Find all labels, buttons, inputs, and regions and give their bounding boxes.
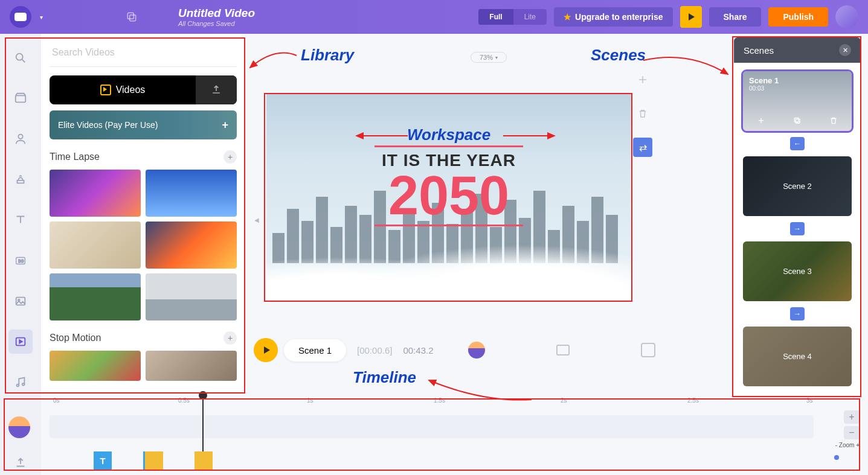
expand-section-button[interactable]: + <box>223 331 237 345</box>
annotation-scenes-label: Scenes <box>591 46 646 65</box>
app-logo[interactable] <box>10 6 31 28</box>
svg-rect-4 <box>16 95 26 102</box>
upload-video-button[interactable] <box>196 75 237 104</box>
timeline-clip[interactable] <box>145 451 163 470</box>
timeline-controls: Scene 1 [00:00.6] 00:43.2 <box>254 338 731 362</box>
timeline-track[interactable] <box>50 415 814 438</box>
upgrade-button[interactable]: Upgrade to enterprise <box>554 7 672 27</box>
video-thumbnail[interactable] <box>146 273 237 320</box>
svg-point-5 <box>18 135 22 139</box>
scenes-panel: Scenes ✕ Scene 100:03 + ← Scene 2 → Scen… <box>734 37 861 395</box>
zoom-slider-handle[interactable] <box>834 455 839 460</box>
mode-full[interactable]: Full <box>478 9 513 25</box>
video-thumbnail[interactable] <box>50 351 141 381</box>
character-tool-icon[interactable] <box>8 127 33 150</box>
scene-card-1[interactable]: Scene 100:03 + <box>743 71 852 131</box>
timeline-character-icon[interactable] <box>468 342 485 359</box>
scene-card-2[interactable]: Scene 2 <box>743 156 852 216</box>
publish-button[interactable]: Publish <box>768 7 828 27</box>
current-scene-chip[interactable]: Scene 1 <box>284 339 346 362</box>
video-thumbnail[interactable] <box>50 273 141 320</box>
svg-rect-1 <box>127 13 133 19</box>
share-button[interactable]: Share <box>709 7 762 27</box>
svg-rect-8 <box>16 297 25 305</box>
swap-scene-button[interactable]: ⇄ <box>633 138 652 157</box>
annotation-library-label: Library <box>301 46 354 65</box>
svg-rect-0 <box>130 15 136 21</box>
zoom-in-button[interactable]: + <box>844 410 860 424</box>
canvas-stage[interactable]: IT IS THE YEAR 2050 <box>266 94 631 299</box>
background-tool-icon[interactable]: BG <box>8 249 33 272</box>
canvas-text-line2[interactable]: 2050 <box>375 170 523 226</box>
scenes-tool-icon[interactable] <box>8 86 33 110</box>
zoom-indicator[interactable]: 73% <box>471 52 507 63</box>
left-tool-rail: BG <box>0 34 41 475</box>
timeline-camera-icon[interactable] <box>641 343 655 357</box>
zoom-out-button[interactable]: − <box>844 426 860 439</box>
timeline-zoom-controls: + − <box>844 410 860 439</box>
annotation-timeline-label: Timeline <box>353 368 416 387</box>
add-element-button[interactable] <box>633 70 652 89</box>
image-tool-icon[interactable] <box>8 289 33 313</box>
scene-transition-button[interactable]: → <box>790 307 805 320</box>
search-icon[interactable] <box>8 46 33 69</box>
svg-point-11 <box>17 384 19 387</box>
timeline-text-clip[interactable]: T <box>94 451 112 470</box>
zoom-label: Zoom <box>835 442 860 448</box>
save-status: All Changes Saved <box>178 20 255 27</box>
section-stop-motion: Stop Motion <box>50 333 101 343</box>
workspace-area: 73% ◀ IT IS THE YEAR 2050 ⇄ <box>245 34 732 342</box>
video-thumbnail[interactable] <box>50 222 141 269</box>
timeline-track-icon[interactable] <box>8 416 30 438</box>
timeline-clip[interactable] <box>194 451 213 470</box>
delete-element-button[interactable] <box>633 104 652 123</box>
mode-lite[interactable]: Lite <box>513 9 547 25</box>
scene-transition-button[interactable]: → <box>790 222 805 235</box>
duplicate-icon[interactable] <box>123 8 141 26</box>
props-tool-icon[interactable] <box>8 168 33 191</box>
svg-rect-14 <box>796 119 800 123</box>
video-thumbnail[interactable] <box>146 222 237 269</box>
svg-point-12 <box>22 383 25 386</box>
text-tool-icon[interactable] <box>8 208 33 232</box>
timeline-play-button[interactable] <box>254 338 278 362</box>
annotation-workspace-label: Workspace <box>407 126 490 144</box>
collapse-library-icon[interactable]: ◀ <box>253 208 260 232</box>
audio-tool-icon[interactable] <box>8 371 33 394</box>
expand-section-button[interactable]: + <box>223 150 237 164</box>
svg-line-3 <box>22 59 25 62</box>
videos-tab[interactable]: Videos <box>50 75 237 104</box>
library-search-input[interactable] <box>50 42 237 63</box>
section-time-lapse: Time Lapse <box>50 151 100 162</box>
close-scenes-icon[interactable]: ✕ <box>839 44 851 56</box>
app-header: ▾ Untitled Video All Changes Saved Full … <box>0 0 868 34</box>
upload-tool-icon[interactable] <box>8 451 33 475</box>
add-scene-icon[interactable]: + <box>754 114 768 127</box>
video-thumbnail[interactable] <box>50 170 141 217</box>
timeline-scene-icon[interactable] <box>556 345 570 355</box>
timeline-ruler[interactable]: 0s 0.5s 1s 1.5s 2s 2.5s 3s <box>42 397 861 409</box>
scenes-panel-title: Scenes <box>744 45 774 56</box>
delete-scene-icon[interactable] <box>827 114 840 127</box>
plus-icon: + <box>222 119 228 132</box>
svg-point-2 <box>16 53 23 60</box>
project-title-block: Untitled Video All Changes Saved <box>178 7 255 27</box>
library-panel: Videos Elite Videos (Pay Per Use) + Time… <box>41 34 245 393</box>
svg-rect-15 <box>794 118 799 122</box>
scene-transition-button[interactable]: ← <box>790 137 805 150</box>
svg-text:BG: BG <box>18 258 24 263</box>
video-icon <box>100 84 111 95</box>
logo-chevron-icon[interactable]: ▾ <box>40 14 43 21</box>
user-avatar[interactable] <box>835 5 858 28</box>
preview-play-button[interactable] <box>680 6 702 28</box>
editor-mode-toggle[interactable]: Full Lite <box>478 9 547 25</box>
project-title[interactable]: Untitled Video <box>178 7 255 20</box>
elite-videos-row[interactable]: Elite Videos (Pay Per Use) + <box>50 110 237 139</box>
video-thumbnail[interactable] <box>146 170 237 217</box>
scene-card-3[interactable]: Scene 3 <box>743 241 852 301</box>
scene-card-4[interactable]: Scene 4 <box>743 327 852 386</box>
duplicate-scene-icon[interactable] <box>791 114 804 127</box>
timeline-current-time: [00:00.6] <box>357 345 392 355</box>
video-thumbnail[interactable] <box>146 351 237 381</box>
video-tool-icon[interactable] <box>8 330 33 353</box>
